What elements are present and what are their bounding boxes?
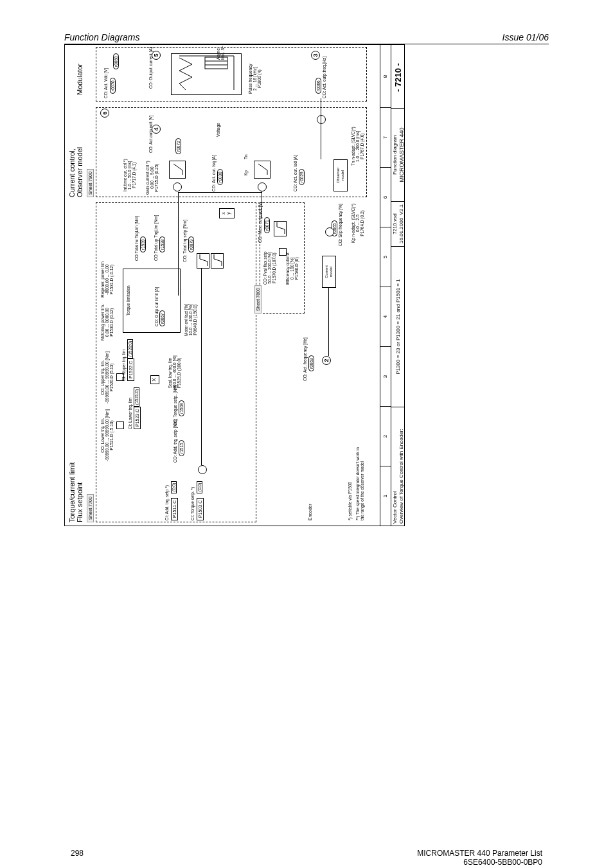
sheet-7900: Sheet 7900 [87,169,94,197]
r0063: r0063 [308,355,314,371]
pulse-freq-label: Pulse frequency 2 ... 16 [kHz] P1800 (4) [248,64,262,94]
torque-setp-label: CI: Torque setp. *) [190,487,195,520]
pi-block-1 [169,161,186,179]
r1539-label: CO:Total lw TrqLim [Nm] [134,216,139,261]
speed-note: **) The speed integrator doesn't work in… [355,447,364,520]
summing-observer [317,115,326,124]
xy-divider: x y [219,208,235,218]
r0030: r0030 [217,169,223,185]
gain-label: Gain current ctrl *) 0.00 ... 5.00 P1715… [145,161,159,195]
page-footer-right: MICROMASTER 440 Parameter List 6SE6400-5… [417,849,542,867]
circle-4: 4 [152,125,161,134]
pi-block-2 [254,161,271,179]
encoder-label: Encoder [308,504,313,520]
p1503c: P1503.C [197,498,204,520]
kp-adapt-label: Kp n-adapt. (SLVC)*) 0.0 ... 2.5 P1764.D… [351,204,364,243]
p1503c-val: (0:0) [197,481,202,493]
circle-6: 6 [100,109,109,118]
r1508-label: CO: Torque setp. [Nm] [173,384,177,426]
sheet-7700: Sheet 7700 [87,494,94,522]
diagram-footer: 1 2 3 4 5 6 7 8 Vector Control Overview … [380,45,404,526]
section-modulator: Modulator [76,64,84,95]
r0072: r0072 [175,138,181,154]
eff-opt-label: Efficiency optimiz 0 ... 100 [%] P1580.D… [285,252,299,285]
tn-adapt-label: Tn n-adapt. (SLVC)*) 1.0 ... 200.0 [ms] … [351,127,364,166]
regen-label: Regener. power lim -8000.00 ... 0.00 P15… [100,261,114,297]
r1538: r1538 [159,236,165,252]
sheet-7800: Sheet 7800 [254,285,262,314]
outp-freq-label: CO: Act. outp.freq.[Hz] [322,57,326,98]
add-trq-setp-label: CI: Add. trq. setp *) [164,485,169,520]
page-number: 298 [71,849,84,867]
function-diagram: Torque/current limit Flux setpoint Sheet… [64,44,405,526]
settable-note: *) settable via P1500 [348,482,352,520]
r0029: r0029 [299,169,305,185]
r1539: r1539 [140,236,146,252]
current-model-block: Current model [322,256,336,288]
ci-upper-label: CI: Upper trq. lim [121,350,126,381]
isq-label: CO: Act. cur. Isq [A] [211,155,216,191]
ci-lower-label: CI: Lower trq. lim [128,398,132,429]
fval-flux-label: CO: Fval flux setp 50.0 ... 200.0 [%] P1… [263,251,276,285]
torque-limiter [197,253,209,269]
upper-trq-label: CO: Upper trq. lim. -99999.00 ... 99999.… [100,351,114,403]
circle-2: 2 [322,356,331,365]
summing-slip [325,227,334,236]
motor-ovl-label: Motor ovl fact [%] 10.0 ... 400.0 [%] P0… [184,304,197,336]
r1538-label: CO:Total up TrqLim [Nm] [154,215,158,261]
r1515: r1515 [179,440,184,456]
r1508: r1508 [179,400,184,416]
torque-limiter2 [211,253,224,269]
header-left: Function Diagrams [64,32,140,42]
circle-3: 3 [311,51,320,60]
summing-1 [198,465,207,474]
circle-5: 5 [152,51,161,60]
summing-pi1 [173,182,182,191]
modulator-block [171,53,242,95]
r0079: r0079 [188,236,194,252]
header-right: Issue 01/06 [502,32,549,42]
int-time-label: Int.time cur. ctrl *) 1.0 ... 50.0 [ms] … [123,159,136,191]
torque-limitation-block: Torque limitation [123,269,181,333]
summing-pi2 [258,182,267,191]
r0079-label: CO: Total trq setp [Nm] [182,220,187,262]
p1522c: P1522.C [127,359,134,381]
diagram-title: Torque/current limit Flux setpoint [68,462,84,522]
r0070: r0070 [110,78,116,94]
vdc-label: CO: Act. Vdc [V] [103,68,108,98]
p1511c: P1511.C [171,498,178,520]
motoring-label: Motoring power lim. 0.00 ... 8000.00 P15… [100,304,114,341]
r0067: r0067 [159,310,165,326]
r0071: r0071 [264,217,270,233]
p1523-val: (1521:0) [134,387,139,407]
lower-trq-label: CO: Lower trq. lim. -99999.00 ... 99999.… [100,409,114,461]
kp-label: Kp [244,170,248,175]
section-current: Current control, Observer model [68,147,84,197]
async-mot-label: Async Mot. 3~ [216,46,225,60]
p1522-val: (1520:0) [127,339,133,359]
mult-x: X [150,375,159,384]
r0066: r0066 [315,78,321,94]
observer-model-block: Observer model [333,159,348,191]
slip-freq-label: CO: Slip frequency [%] [338,204,342,246]
p1523c: P1523.C [134,407,141,429]
isd-label: CO: Act. cur. Isd [A] [293,155,298,191]
p1511c-val: (0:0) [171,481,177,493]
tn-label: Tn [244,154,248,159]
r0068: r0068 [113,53,119,69]
voltage-label: Voltage [216,123,220,137]
act-freq-label: CO: Act. frequency [Hz] [303,337,307,381]
